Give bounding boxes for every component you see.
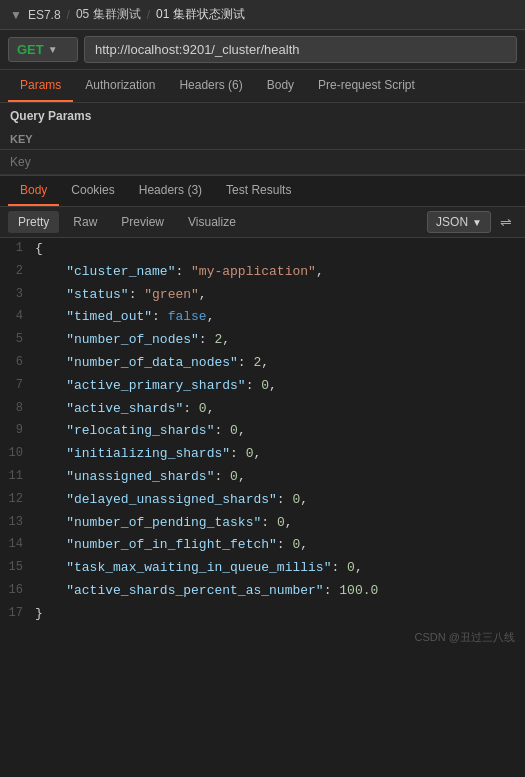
response-tab-body[interactable]: Body	[8, 176, 59, 206]
response-tab-headers[interactable]: Headers (3)	[127, 176, 214, 206]
json-line-12: 12 "delayed_unassigned_shards": 0,	[0, 489, 525, 512]
top-bar: ▼ ES7.8 / 05 集群测试 / 01 集群状态测试	[0, 0, 525, 30]
json-line-6: 6 "number_of_data_nodes": 2,	[0, 352, 525, 375]
query-params-section: Query Params KEY	[0, 103, 525, 176]
params-table-header: KEY	[0, 129, 525, 150]
format-visualize-button[interactable]: Visualize	[178, 211, 246, 233]
json-line-16: 16 "active_shards_percent_as_number": 10…	[0, 580, 525, 603]
breadcrumb-folder: 05 集群测试	[76, 6, 141, 23]
key-column-header: KEY	[10, 133, 515, 145]
json-line-7: 7 "active_primary_shards": 0,	[0, 375, 525, 398]
line-num-2: 2	[0, 261, 35, 284]
filter-icon[interactable]: ⇌	[495, 211, 517, 233]
breadcrumb-sep-2: /	[147, 8, 150, 22]
line-num-1: 1	[0, 238, 35, 261]
query-params-header: Query Params	[0, 103, 525, 129]
line-num-3: 3	[0, 284, 35, 307]
json-line-9: 9 "relocating_shards": 0,	[0, 420, 525, 443]
line-num-13: 13	[0, 512, 35, 535]
key-input[interactable]	[10, 155, 515, 169]
line-num-6: 6	[0, 352, 35, 375]
method-chevron-icon: ▼	[48, 44, 58, 55]
line-num-8: 8	[0, 398, 35, 421]
breadcrumb-sep-1: /	[67, 8, 70, 22]
url-bar: GET ▼	[0, 30, 525, 70]
json-line-10: 10 "initializing_shards": 0,	[0, 443, 525, 466]
request-tab-bar: Params Authorization Headers (6) Body Pr…	[0, 70, 525, 103]
params-row	[0, 150, 525, 175]
line-num-15: 15	[0, 557, 35, 580]
format-type-chevron-icon: ▼	[472, 217, 482, 228]
line-num-16: 16	[0, 580, 35, 603]
tab-prerequest[interactable]: Pre-request Script	[306, 70, 427, 102]
json-line-13: 13 "number_of_pending_tasks": 0,	[0, 512, 525, 535]
json-line-14: 14 "number_of_in_flight_fetch": 0,	[0, 534, 525, 557]
format-pretty-button[interactable]: Pretty	[8, 211, 59, 233]
response-tab-cookies[interactable]: Cookies	[59, 176, 126, 206]
json-line-17: 17 }	[0, 603, 525, 626]
json-line-2: 2 "cluster_name": "my-application",	[0, 261, 525, 284]
line-num-17: 17	[0, 603, 35, 626]
tab-authorization[interactable]: Authorization	[73, 70, 167, 102]
json-line-8: 8 "active_shards": 0,	[0, 398, 525, 421]
json-body: 1 { 2 "cluster_name": "my-application", …	[0, 238, 525, 626]
line-num-5: 5	[0, 329, 35, 352]
tab-headers[interactable]: Headers (6)	[167, 70, 254, 102]
response-tab-bar: Body Cookies Headers (3) Test Results	[0, 176, 525, 207]
line-num-10: 10	[0, 443, 35, 466]
env-label: ES7.8	[28, 8, 61, 22]
format-type-select[interactable]: JSON ▼	[427, 211, 491, 233]
env-icon: ▼	[10, 8, 22, 22]
response-tab-tests[interactable]: Test Results	[214, 176, 303, 206]
line-num-14: 14	[0, 534, 35, 557]
line-num-4: 4	[0, 306, 35, 329]
json-line-4: 4 "timed_out": false,	[0, 306, 525, 329]
format-type-label: JSON	[436, 215, 468, 229]
watermark: CSDN @丑过三八线	[0, 626, 525, 649]
url-input[interactable]	[84, 36, 517, 63]
json-line-1: 1 {	[0, 238, 525, 261]
json-line-15: 15 "task_max_waiting_in_queue_millis": 0…	[0, 557, 525, 580]
line-num-9: 9	[0, 420, 35, 443]
format-raw-button[interactable]: Raw	[63, 211, 107, 233]
breadcrumb-file: 01 集群状态测试	[156, 6, 245, 23]
tab-body[interactable]: Body	[255, 70, 306, 102]
method-label: GET	[17, 42, 44, 57]
line-num-12: 12	[0, 489, 35, 512]
tab-params[interactable]: Params	[8, 70, 73, 102]
format-preview-button[interactable]: Preview	[111, 211, 174, 233]
format-bar: Pretty Raw Preview Visualize JSON ▼ ⇌	[0, 207, 525, 238]
line-num-7: 7	[0, 375, 35, 398]
json-line-5: 5 "number_of_nodes": 2,	[0, 329, 525, 352]
json-line-11: 11 "unassigned_shards": 0,	[0, 466, 525, 489]
json-line-3: 3 "status": "green",	[0, 284, 525, 307]
line-num-11: 11	[0, 466, 35, 489]
method-select[interactable]: GET ▼	[8, 37, 78, 62]
